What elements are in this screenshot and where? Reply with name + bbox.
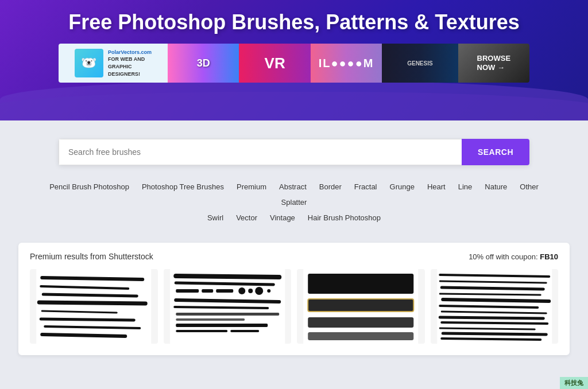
header: Free Photoshop Brushes, Patterns & Textu… [0,0,588,120]
tags-nav-row2: Swirl Vector Vintage Hair Brush Photosho… [18,210,570,225]
svg-line-44 [442,339,540,340]
premium-title: Premium results from Shutterstock [30,252,153,261]
search-bar: SEARCH [59,139,529,165]
svg-rect-13 [202,289,213,293]
tag-grunge[interactable]: Grunge [385,179,419,194]
tag-hair-brush[interactable]: Hair Brush Photoshop [303,210,385,225]
svg-rect-28 [308,299,413,312]
tag-swirl[interactable]: Swirl [203,210,228,225]
svg-line-37 [443,299,549,301]
premium-header: Premium results from Shutterstock 10% of… [30,252,558,261]
tag-vintage[interactable]: Vintage [265,210,300,225]
tag-premium[interactable]: Premium [232,179,271,194]
banner-3d[interactable]: 3D [168,44,239,83]
svg-line-35 [442,287,543,289]
svg-line-4 [39,302,145,304]
svg-rect-12 [176,289,199,293]
svg-line-36 [440,294,540,295]
svg-line-41 [442,322,547,324]
tag-pencil-brush[interactable]: Pencil Brush Photoshop [45,179,134,194]
brush-preview-1 [30,269,158,344]
brush-preview-4 [431,269,559,344]
svg-line-40 [440,317,543,318]
tag-line[interactable]: Line [454,179,477,194]
tag-vector[interactable]: Vector [231,210,262,225]
svg-line-20 [175,307,268,308]
svg-line-8 [42,334,125,336]
main-content: Premium results from Shutterstock 10% of… [0,231,588,372]
svg-rect-25 [230,330,259,332]
polar-text: PolarVectors.com FOR WEB ANDGRAPHICDESIG… [108,49,152,77]
tag-splatter[interactable]: Splatter [277,194,312,210]
svg-line-1 [42,278,142,279]
svg-rect-21 [176,313,279,316]
thumbnail-4[interactable] [431,269,559,344]
tag-other[interactable]: Other [515,179,543,194]
svg-point-16 [248,289,253,293]
svg-point-18 [267,289,270,293]
brush-preview-3 [297,269,425,344]
brush-preview-2 [164,269,292,344]
banner-vr[interactable]: VR [239,44,310,83]
svg-rect-22 [176,318,245,321]
svg-rect-14 [216,289,233,293]
banner-genesis[interactable]: GENESIS [382,44,458,83]
tag-fractal[interactable]: Fractal [350,179,382,194]
svg-line-6 [41,319,134,320]
coupon-code: FB10 [540,252,558,261]
banner-strip: 🐻‍❄️ PolarVectors.com FOR WEB ANDGRAPHIC… [59,44,529,83]
svg-line-3 [43,294,137,296]
thumbnails-grid [30,269,558,344]
search-input[interactable] [59,139,462,165]
svg-rect-23 [176,324,268,327]
banner-browse[interactable]: BROWSENOW → [458,44,529,83]
polar-bear-icon: 🐻‍❄️ [75,49,103,77]
banner-polar[interactable]: 🐻‍❄️ PolarVectors.com FOR WEB ANDGRAPHIC… [59,44,168,83]
svg-line-43 [443,333,546,334]
tag-border[interactable]: Border [315,179,346,194]
tag-tree-brushes[interactable]: Photoshop Tree Brushes [137,179,229,194]
premium-box: Premium results from Shutterstock 10% of… [18,243,570,355]
page-title: Free Photoshop Brushes, Patterns & Textu… [11,10,577,34]
svg-rect-24 [176,330,227,332]
thumbnail-2[interactable] [164,269,292,344]
banner-abstract[interactable]: IL●●●●M [311,44,382,83]
svg-point-15 [238,287,245,294]
svg-line-19 [176,300,279,302]
svg-rect-30 [308,317,413,328]
tag-heart[interactable]: Heart [423,179,450,194]
tags-nav-row1: Pencil Brush Photoshop Photoshop Tree Br… [18,179,570,210]
search-button[interactable]: SEARCH [462,139,529,165]
svg-rect-27 [308,274,413,294]
svg-rect-31 [308,332,413,340]
search-section: SEARCH Pencil Brush Photoshop Photoshop … [0,120,588,231]
tag-nature[interactable]: Nature [480,179,512,194]
thumbnail-1[interactable] [30,269,158,344]
svg-point-17 [255,287,263,295]
tag-abstract[interactable]: Abstract [274,179,311,194]
svg-line-10 [176,276,279,277]
svg-line-42 [440,328,535,329]
thumbnail-3[interactable] [297,269,425,344]
svg-line-11 [176,283,273,285]
coupon-text: 10% off with coupon: FB10 [469,252,558,261]
